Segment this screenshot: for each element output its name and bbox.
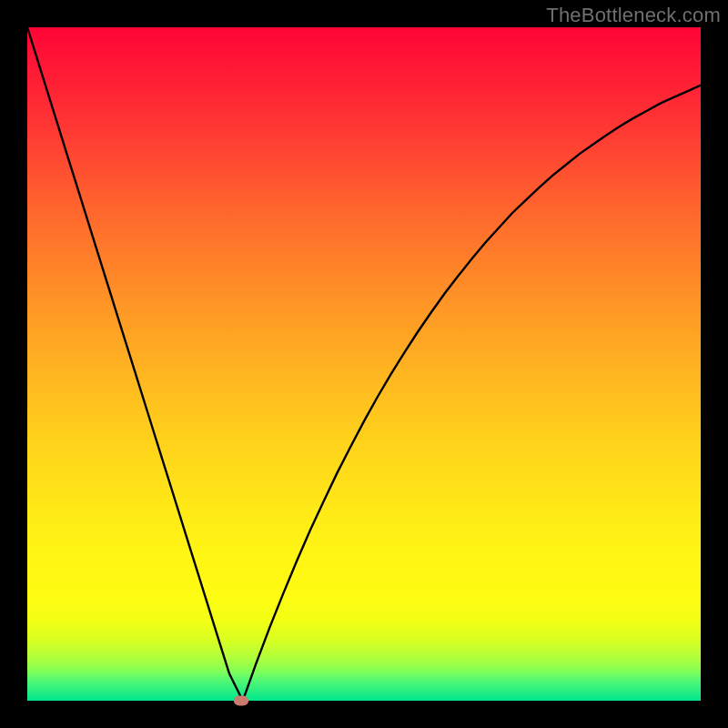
watermark-text: TheBottleneck.com [546, 4, 721, 27]
chart-frame: TheBottleneck.com [0, 0, 728, 728]
curve-path [27, 27, 701, 701]
bottleneck-curve [27, 27, 701, 701]
minimum-marker [234, 696, 248, 706]
plot-area [27, 27, 701, 701]
